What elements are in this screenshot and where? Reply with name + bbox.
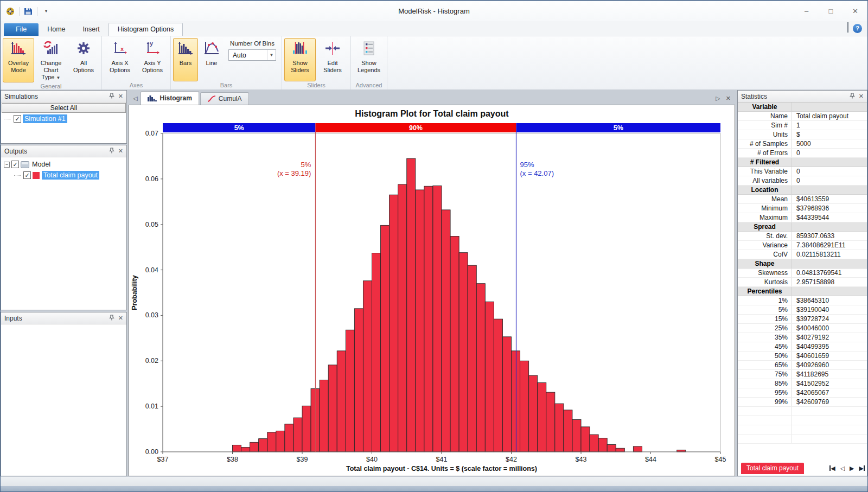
prev-variable-icon[interactable]: ◁ [840,465,845,472]
edit-sliders-icon [324,41,341,58]
histogram-bar [354,309,363,452]
tab-insert[interactable]: Insert [74,23,108,36]
stats-section-row: Shape [738,259,867,269]
stats-row: # of Errors0 [738,149,867,158]
pin-icon[interactable] [109,315,114,322]
close-panel-icon[interactable]: ✕ [118,148,123,155]
histogram-bar [529,375,538,452]
show-legends-label: Show Legends [355,60,383,74]
inputs-panel: Inputs ✕ [1,312,127,476]
group-label-advanced: Advanced [353,81,385,90]
histogram-bar [442,210,450,452]
group-label-sliders: Sliders [284,81,348,90]
bars-button[interactable]: Bars [173,38,198,81]
stats-row: 15%$39728724 [738,315,867,324]
slider-pct-label: 5% [301,161,311,169]
tab-home[interactable]: Home [39,23,74,36]
tab-scroll-right-icon[interactable]: ▷ [716,95,720,102]
change-chart-type-button[interactable]: Change Chart Type ▼ [35,38,67,82]
ribbon: Overlay Mode Change Chart Type ▼ All Opt… [1,36,867,90]
chart-box: Histogram Plot for Total claim payout 5%… [129,105,735,476]
combo-dropdown-icon[interactable]: ▼ [267,50,276,60]
close-panel-icon[interactable]: ✕ [118,93,123,100]
axis-y-options-button[interactable]: y Axis Y Options [137,38,168,81]
histogram-bar [546,392,555,452]
simulations-panel: Simulations ✕ Select All ✓ Simulation #1 [1,90,127,144]
pin-icon[interactable] [109,93,114,100]
histogram-bar [398,184,407,452]
overlay-mode-icon [10,41,27,58]
x-tick-label: $41 [436,456,448,463]
show-legends-button[interactable]: Show Legends [353,38,385,81]
close-panel-icon[interactable]: ✕ [859,93,864,100]
tab-scroll-left-icon[interactable]: ◁ [133,95,137,102]
overlay-mode-button[interactable]: Overlay Mode [3,38,34,82]
bars-icon [177,41,194,58]
stats-row: 85%$41502952 [738,379,867,388]
tree-connector [4,119,11,119]
window-frame-bottom [1,486,867,491]
window-title: ModelRisk - Histogram [1,7,867,15]
stats-section-row: Location [738,186,867,195]
first-variable-icon[interactable]: ◀ [829,465,835,472]
collapse-ribbon-icon[interactable] [847,23,848,33]
all-options-gear-icon [75,41,92,58]
next-variable-icon[interactable]: ▶ [850,465,854,472]
histogram-bar [424,186,433,452]
total-claim-payout-item[interactable]: Total claim payout [42,171,99,180]
model-item[interactable]: Model [32,161,50,168]
show-sliders-label: Show Sliders [286,60,314,74]
tab-cumula[interactable]: CumulA [200,92,249,105]
stats-row: NameTotal claim payout [738,112,867,121]
variable-badge[interactable]: Total claim payout [741,463,804,474]
edit-sliders-button[interactable]: Edit Sliders [317,38,348,81]
number-of-bins-select[interactable]: Auto ▼ [228,49,276,61]
stats-row: Minimum$37968936 [738,204,867,213]
tab-histogram[interactable]: Histogram [141,91,199,105]
y-tick-label: 0.06 [145,175,158,183]
simulation-1-item[interactable]: Simulation #1 [23,114,67,123]
stats-row: 99%$42609769 [738,398,867,407]
stats-empty-row [738,407,867,416]
stats-row: Skewness0.04813769541 [738,269,867,278]
main-area: Simulations ✕ Select All ✓ Simulation #1… [1,90,867,476]
line-button[interactable]: Line [199,38,224,81]
x-tick-label: $37 [157,456,169,463]
all-options-button[interactable]: All Options [68,38,99,82]
select-all-button[interactable]: Select All [2,103,126,113]
group-label-general: General [3,82,99,91]
tab-close-icon[interactable]: ✕ [726,95,731,102]
stats-section-row: Percentiles [738,287,867,296]
dropdown-arrow-icon: ▼ [56,75,61,80]
model-checkbox[interactable]: ✓ [11,161,19,168]
last-variable-icon[interactable]: ▶ [859,465,865,472]
axis-x-options-button[interactable]: x Axis X Options [104,38,136,81]
percentile-slider[interactable]: 5%(x = 39.19) [277,132,316,452]
histogram-bar [293,418,302,452]
histogram-bar [320,380,328,452]
histogram-bar [459,253,468,452]
simulation-1-checkbox[interactable]: ✓ [14,115,21,123]
pin-icon[interactable] [109,148,114,155]
tab-histogram-options[interactable]: Histogram Options [108,23,183,36]
change-chart-type-label: Change Chart Type ▼ [37,60,65,81]
collapse-node-icon[interactable]: − [4,162,10,168]
y-tick-label: 0.00 [145,448,158,456]
group-label-bars: Bars [173,81,279,90]
chart-title: Histogram Plot for Total claim payout [129,105,735,122]
number-of-bins-box: Number Of Bins Auto ▼ [225,38,279,81]
histogram-bar [390,195,398,452]
tab-file[interactable]: File [4,23,39,36]
help-icon[interactable]: ? [853,24,862,33]
show-sliders-button[interactable]: Show Sliders [284,38,316,81]
total-claim-payout-checkbox[interactable]: ✓ [23,171,31,179]
close-panel-icon[interactable]: ✕ [118,315,123,322]
histogram-bar [616,448,624,452]
variable-nav: ◀ ◁ ▶ ▶ [829,465,865,472]
stats-row: St. dev.859307.0633 [738,232,867,241]
number-of-bins-label: Number Of Bins [230,40,275,47]
y-tick-label: 0.01 [145,402,158,410]
histogram-bar [416,190,424,452]
status-bar [1,476,867,491]
pin-icon[interactable] [850,93,855,100]
